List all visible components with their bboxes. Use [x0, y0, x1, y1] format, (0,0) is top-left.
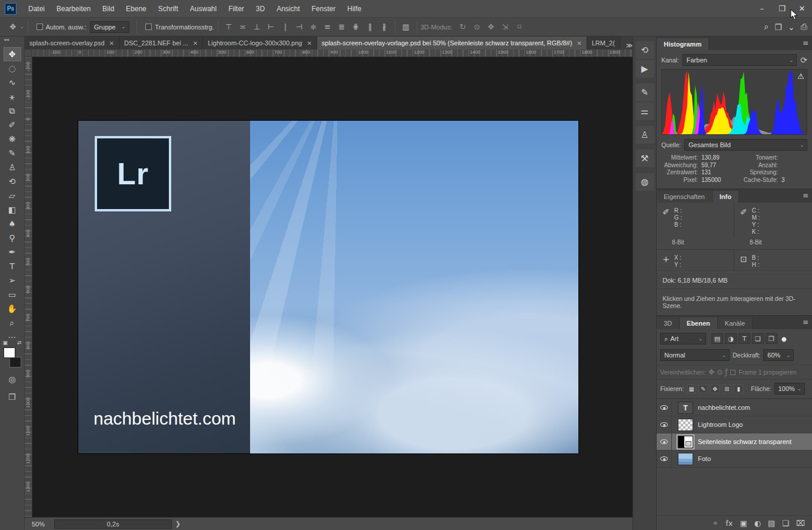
lock-artboard-icon[interactable]: ⊞ — [722, 385, 731, 393]
healing-brush-tool[interactable]: ❋ — [4, 132, 21, 146]
layer-row[interactable]: Lightroom Logo — [657, 416, 812, 433]
visibility-toggle[interactable] — [657, 399, 672, 416]
document-tab-4[interactable]: LRM_2( — [587, 37, 620, 49]
visibility-toggle[interactable] — [657, 416, 672, 433]
transform-controls-checkbox[interactable] — [145, 24, 152, 30]
filter-smart-objects-icon[interactable]: ❐ — [766, 333, 777, 344]
refresh-histogram-icon[interactable]: ⟳ — [800, 55, 807, 65]
panel-menu-icon[interactable]: ≡ — [803, 39, 808, 47]
lock-transparency-icon[interactable]: ▦ — [687, 385, 696, 393]
dodge-tool[interactable]: ⚲ — [4, 231, 21, 245]
eraser-tool[interactable]: ▱ — [4, 188, 21, 203]
new-group-icon[interactable]: ▤ — [768, 519, 775, 528]
crop-tool[interactable]: ⧉ — [4, 104, 21, 118]
align-horizontal-centers-icon[interactable]: ∣ — [278, 22, 292, 31]
lasso-tool[interactable]: ∿ — [4, 75, 21, 90]
tab-kanäle[interactable]: Kanäle — [718, 317, 753, 329]
3d-camera-icon[interactable]: ⌑ — [512, 22, 526, 31]
filter-type-layers-icon[interactable]: T — [738, 333, 750, 344]
clone-source-panel-icon[interactable]: ♙ — [635, 126, 654, 144]
type-tool[interactable]: T — [4, 259, 21, 273]
maximize-button[interactable]: ❒ — [772, 0, 792, 16]
menu-item-bearbeiten[interactable]: Bearbeiten — [51, 0, 96, 18]
tab-eigenschaften[interactable]: Eigenschaften — [657, 191, 713, 203]
align-vertical-centers-icon[interactable]: ≍ — [236, 22, 250, 31]
unify-visibility-icon[interactable]: ⊙ — [717, 368, 723, 376]
panel-menu-icon[interactable]: ≡ — [803, 318, 808, 326]
unify-style-icon[interactable]: ƒ — [725, 368, 727, 376]
swap-colors-icon[interactable]: ⇄ — [17, 340, 22, 346]
history-brush-tool[interactable]: ⟲ — [4, 174, 21, 188]
distribute-bottom-icon[interactable]: ≣ — [335, 22, 349, 31]
collapse-toolbar-icon[interactable]: ◂◂ — [0, 37, 24, 47]
layer-filter-dropdown[interactable]: ⌕ Art ⌄ — [660, 333, 706, 344]
brush-settings-panel-icon[interactable]: ✎ — [635, 84, 654, 101]
distribute-right-icon[interactable]: ∦ — [377, 22, 391, 31]
layer-row[interactable]: Foto — [657, 450, 812, 468]
minimize-button[interactable]: – — [752, 0, 772, 16]
background-color-swatch[interactable] — [9, 357, 21, 367]
filter-pixel-layers-icon[interactable]: ▤ — [711, 333, 723, 344]
menu-item-datei[interactable]: Datei — [22, 0, 51, 18]
tab-3d[interactable]: 3D — [657, 317, 680, 329]
filter-toggle-icon[interactable]: ● — [781, 336, 787, 342]
lock-pixels-icon[interactable]: ✎ — [698, 385, 708, 393]
zoom-tool[interactable]: ⌕ — [4, 316, 21, 330]
align-right-edges-icon[interactable]: ⊣ — [292, 22, 307, 31]
cc-libraries-panel-icon[interactable]: ◍ — [635, 173, 654, 191]
document-tab-1[interactable]: DSC_2281.NEF bei ...✕ — [119, 37, 203, 49]
menu-item-bild[interactable]: Bild — [96, 0, 120, 18]
menu-item-ansicht[interactable]: Ansicht — [271, 0, 305, 18]
menu-item-fenster[interactable]: Fenster — [306, 0, 342, 18]
adjustment-layer-icon[interactable]: ◐ — [754, 519, 761, 528]
layer-style-icon[interactable]: fx — [726, 519, 733, 528]
workspace-icon[interactable]: ❐ — [775, 22, 783, 32]
blur-tool[interactable]: ♠ — [4, 217, 21, 231]
3d-slide-icon[interactable]: ⇲ — [498, 22, 512, 31]
default-colors-icon[interactable]: ▣ — [3, 340, 8, 346]
tab-ebenen[interactable]: Ebenen — [680, 317, 718, 329]
document-info-field[interactable]: 0,2s ❯ — [54, 519, 172, 529]
clone-stamp-tool[interactable]: ♙ — [4, 160, 21, 174]
layer-row[interactable]: Tnachbelichtet.com — [657, 399, 812, 416]
document-canvas[interactable]: Lr nachbelichtet.com — [78, 121, 578, 453]
marquee-tool[interactable]: ◌ — [4, 61, 21, 75]
align-left-edges-icon[interactable]: ⊢ — [264, 22, 278, 31]
document-tab-0[interactable]: splash-screen-overlay.psd✕ — [25, 37, 119, 49]
tab-histogramm[interactable]: Histogramm — [657, 38, 709, 50]
kanal-dropdown[interactable]: Farben ⌄ — [683, 54, 797, 66]
menu-item-hilfe[interactable]: Hilfe — [341, 0, 367, 18]
distribute-top-icon[interactable]: ≑ — [307, 22, 321, 31]
shape-tool[interactable]: ▭ — [4, 287, 21, 302]
panel-menu-icon[interactable]: ≡ — [803, 191, 808, 200]
foreground-color-swatch[interactable] — [4, 347, 15, 358]
layer-row[interactable]: Seitenleiste schwarz transparent — [657, 433, 812, 450]
document-tab-3[interactable]: splash-screen-overlay-vorlage.psd bei 50… — [317, 37, 587, 49]
align-top-edges-icon[interactable]: ⊤ — [222, 22, 236, 31]
quelle-dropdown[interactable]: Gesamtes Bild ⌄ — [684, 139, 807, 151]
hand-tool[interactable]: ✋ — [4, 302, 21, 316]
close-tab-icon[interactable]: ✕ — [307, 40, 311, 47]
path-selection-tool[interactable]: ➢ — [4, 273, 21, 287]
tool-presets-panel-icon[interactable]: ⚒ — [635, 150, 654, 167]
visibility-toggle[interactable] — [657, 433, 672, 450]
close-tab-icon[interactable]: ✕ — [109, 40, 114, 47]
visibility-toggle[interactable] — [657, 450, 672, 467]
cached-data-warning-icon[interactable]: ⚠ — [797, 72, 804, 81]
filter-shape-layers-icon[interactable]: ❏ — [752, 333, 764, 344]
fill-dropdown[interactable]: 100% ⌄ — [774, 383, 805, 395]
distribute-spacing-icon[interactable]: ▥ — [399, 22, 413, 31]
3d-orbit-icon[interactable]: ↻ — [455, 22, 470, 31]
distribute-left-icon[interactable]: ⋕ — [349, 22, 363, 31]
eyedropper-tool[interactable]: ✐ — [4, 118, 21, 132]
link-layers-icon[interactable]: ⚭ — [712, 519, 718, 528]
quick-mask-button[interactable]: ◎ — [4, 372, 21, 386]
menu-item-ebene[interactable]: Ebene — [120, 0, 152, 18]
close-tab-icon[interactable]: ✕ — [577, 40, 581, 47]
delete-layer-icon[interactable]: ⌧ — [796, 519, 805, 528]
history-panel-icon[interactable]: ⟲ — [635, 41, 654, 59]
search-icon[interactable]: ⌕ — [764, 22, 769, 32]
opacity-dropdown[interactable]: 60% ⌄ — [763, 349, 794, 361]
filter-adjustment-layers-icon[interactable]: ◑ — [725, 333, 737, 344]
menu-item-3d[interactable]: 3D — [250, 0, 271, 18]
